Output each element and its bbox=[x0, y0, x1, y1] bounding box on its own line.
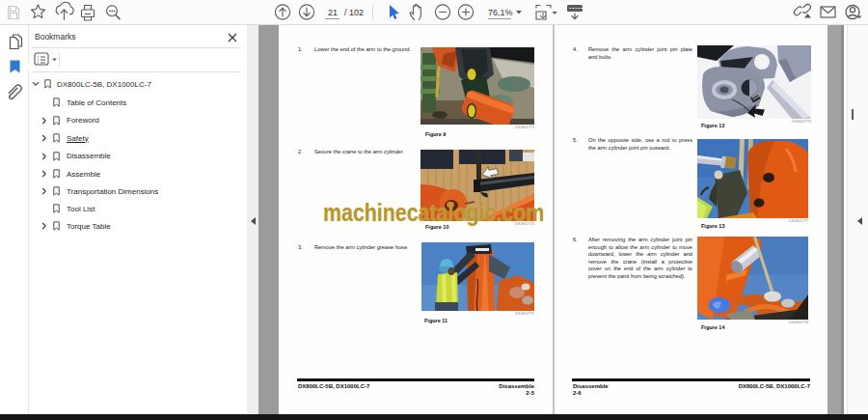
svg-text:21: 21 bbox=[328, 8, 338, 17]
svg-text:/ 102: / 102 bbox=[344, 8, 364, 17]
svg-text:76,1%: 76,1% bbox=[488, 8, 513, 17]
